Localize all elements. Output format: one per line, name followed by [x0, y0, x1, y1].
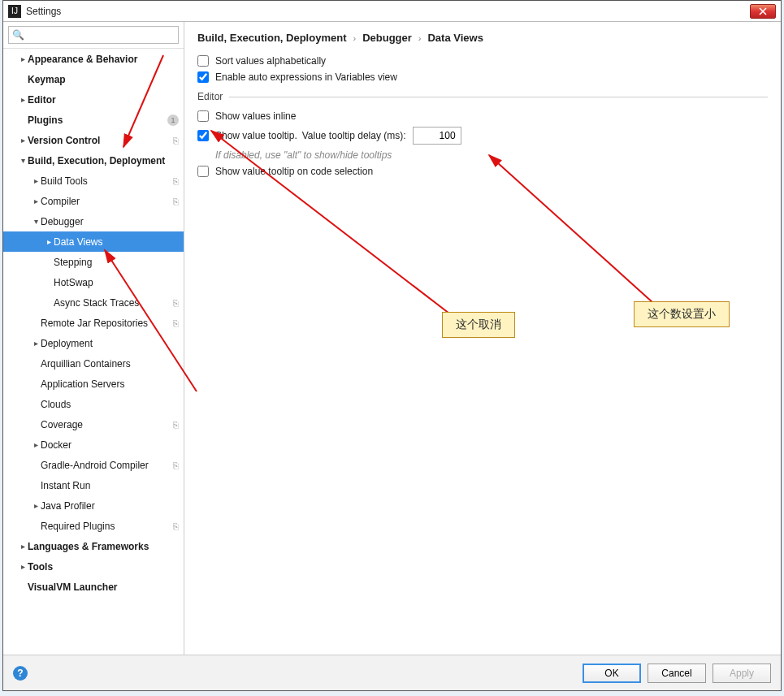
tree-hotswap[interactable]: HotSwap: [3, 272, 184, 292]
sort-values-label: Sort values alphabetically: [215, 55, 326, 67]
annotation-set-small: 这个数设置小: [634, 301, 730, 327]
tooltip-code-sel-checkbox[interactable]: [197, 166, 209, 177]
show-tooltip-label: Show value tooltip.: [215, 130, 297, 141]
tree-required-plugins[interactable]: Required Plugins⎘: [3, 516, 184, 536]
scope-icon: ⎘: [173, 298, 179, 308]
chevron-down-icon: ▾: [18, 156, 28, 165]
plugins-badge: 1: [167, 115, 179, 126]
chevron-right-icon: ▸: [31, 440, 41, 449]
apply-button[interactable]: Apply: [713, 664, 771, 683]
tree-remote-jar[interactable]: Remote Jar Repositories⎘: [3, 313, 184, 333]
tooltip-delay-input[interactable]: [413, 127, 461, 145]
tree-tools[interactable]: ▸Tools: [3, 556, 184, 577]
tree-instant-run[interactable]: Instant Run: [3, 475, 184, 495]
dialog-footer: ? OK Cancel Apply: [3, 655, 781, 690]
tree-plugins[interactable]: Plugins1: [3, 110, 184, 130]
tree-async[interactable]: Async Stack Traces⎘: [3, 292, 184, 313]
scope-icon: ⎘: [173, 521, 179, 531]
help-button[interactable]: ?: [13, 666, 28, 681]
tree-visualvm[interactable]: VisualVM Launcher: [3, 577, 184, 597]
chevron-right-icon: ▸: [31, 501, 41, 510]
tree-arquillian[interactable]: Arquillian Containers: [3, 353, 184, 374]
auto-expr-checkbox[interactable]: [197, 71, 209, 83]
chevron-right-icon: ▸: [18, 562, 28, 571]
tooltip-hint: If disabled, use "alt" to show/hide tool…: [215, 149, 768, 161]
scope-icon: ⎘: [173, 176, 179, 186]
window-title: Settings: [26, 6, 61, 17]
main-panel: Build, Execution, Deployment › Debugger …: [184, 22, 781, 655]
ok-button[interactable]: OK: [583, 664, 641, 683]
breadcrumb-item[interactable]: Build, Execution, Deployment: [197, 32, 346, 44]
tree-stepping[interactable]: Stepping: [3, 252, 184, 272]
tree-clouds[interactable]: Clouds: [3, 394, 184, 414]
scope-icon: ⎘: [173, 420, 179, 430]
chevron-right-icon: ▸: [18, 54, 28, 63]
tree-version-control[interactable]: ▸Version Control⎘: [3, 130, 184, 150]
chevron-right-icon: ▸: [31, 176, 41, 185]
section-editor: Editor: [197, 91, 768, 102]
tree-build-tools[interactable]: ▸Build Tools⎘: [3, 171, 184, 191]
scope-icon: ⎘: [173, 197, 179, 206]
chevron-right-icon: ▸: [18, 136, 28, 145]
tree-appearance[interactable]: ▸Appearance & Behavior: [3, 49, 184, 69]
sort-values-checkbox[interactable]: [197, 55, 209, 67]
tree-java-profiler[interactable]: ▸Java Profiler: [3, 495, 184, 516]
tooltip-code-sel-label: Show value tooltip on code selection: [215, 166, 373, 177]
chevron-right-icon: ▸: [18, 95, 28, 104]
tree-lang-fw[interactable]: ▸Languages & Frameworks: [3, 536, 184, 556]
tooltip-delay-label: Value tooltip delay (ms):: [302, 130, 406, 141]
chevron-right-icon: ▸: [31, 339, 41, 348]
chevron-right-icon: ▸: [31, 197, 41, 205]
tree-deployment[interactable]: ▸Deployment: [3, 333, 184, 353]
search-icon: 🔍: [12, 29, 24, 41]
breadcrumb-item[interactable]: Debugger: [362, 32, 412, 44]
tree-debugger[interactable]: ▾Debugger: [3, 211, 184, 231]
chevron-right-icon: ▸: [18, 542, 28, 551]
titlebar: IJ Settings: [3, 1, 781, 22]
tree-compiler[interactable]: ▸Compiler⎘: [3, 191, 184, 211]
auto-expr-label: Enable auto expressions in Variables vie…: [215, 71, 397, 83]
scope-icon: ⎘: [173, 136, 179, 145]
search-bar: 🔍: [3, 22, 184, 49]
app-icon: IJ: [8, 5, 21, 18]
scope-icon: ⎘: [173, 460, 179, 470]
scope-icon: ⎘: [173, 318, 179, 328]
annotation-cancel-this: 这个取消: [442, 312, 515, 338]
tree-app-servers[interactable]: Application Servers: [3, 374, 184, 394]
tree-docker[interactable]: ▸Docker: [3, 434, 184, 455]
chevron-down-icon: ▾: [31, 217, 41, 226]
tree-editor[interactable]: ▸Editor: [3, 89, 184, 110]
chevron-right-icon: ›: [353, 33, 356, 43]
search-input[interactable]: [8, 26, 179, 44]
breadcrumb: Build, Execution, Deployment › Debugger …: [197, 32, 768, 44]
chevron-right-icon: ▸: [44, 237, 54, 246]
tree-data-views[interactable]: ▸Data Views: [3, 231, 184, 252]
close-icon: [759, 7, 767, 15]
show-values-inline-checkbox[interactable]: [197, 110, 209, 122]
tree-gradle-android[interactable]: Gradle-Android Compiler⎘: [3, 455, 184, 475]
tree-bed[interactable]: ▾Build, Execution, Deployment: [3, 150, 184, 171]
show-tooltip-checkbox[interactable]: [197, 130, 209, 141]
close-button[interactable]: [750, 4, 776, 19]
settings-tree: ▸Appearance & Behavior Keymap ▸Editor Pl…: [3, 49, 184, 655]
tree-coverage[interactable]: Coverage⎘: [3, 414, 184, 434]
breadcrumb-item: Data Views: [427, 32, 483, 44]
tree-keymap[interactable]: Keymap: [3, 69, 184, 89]
show-values-inline-label: Show values inline: [215, 110, 296, 122]
cancel-button[interactable]: Cancel: [648, 664, 706, 683]
sidebar: 🔍 ▸Appearance & Behavior Keymap ▸Editor …: [3, 22, 184, 655]
chevron-right-icon: ›: [418, 33, 422, 43]
